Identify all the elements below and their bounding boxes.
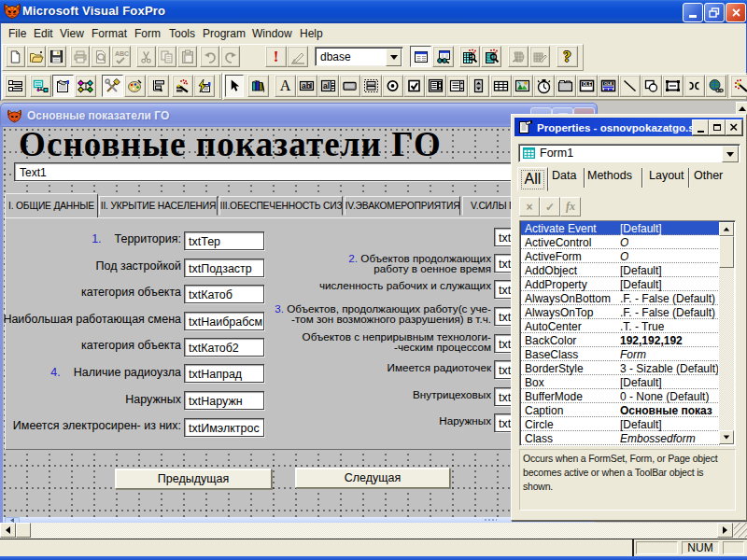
image-button[interactable] bbox=[512, 75, 533, 97]
properties-tab-other[interactable]: Other bbox=[694, 169, 723, 182]
tab-siz[interactable]: III.ОБЕСПЕЧЕННОСТЬ СИЗ bbox=[219, 196, 343, 216]
previous-button[interactable]: Предыдущая bbox=[115, 469, 272, 489]
field-label[interactable]: Объектов с неприрывным технологи--ческим… bbox=[303, 332, 491, 352]
object-selector-dropdown-button[interactable] bbox=[722, 146, 739, 162]
data-environment-button[interactable] bbox=[30, 75, 51, 97]
properties-title-bar[interactable]: Properties - osnovpokazatgo.scx bbox=[514, 118, 743, 136]
timer-button[interactable] bbox=[533, 75, 555, 97]
menu-file[interactable]: File bbox=[8, 27, 26, 40]
modify-form-button[interactable] bbox=[287, 46, 308, 67]
properties-window-button[interactable] bbox=[52, 75, 74, 97]
menu-tools[interactable]: Tools bbox=[169, 27, 195, 40]
combobox-button[interactable] bbox=[425, 75, 446, 97]
field-txtNaprad[interactable]: txtНапрад bbox=[184, 364, 264, 383]
scroll-down-button[interactable] bbox=[719, 430, 734, 444]
field-label[interactable]: 3. Объектов, продолжающих работу(с уче--… bbox=[275, 304, 491, 324]
scrollbar-thumb[interactable] bbox=[719, 236, 734, 268]
help-button[interactable]: ? bbox=[557, 46, 578, 67]
copy-button[interactable] bbox=[157, 46, 176, 67]
property-row[interactable]: BufferMode0 - None (Default) bbox=[521, 389, 720, 403]
field-label[interactable]: Внутрицеховых bbox=[413, 390, 491, 400]
hyperlink-button[interactable] bbox=[705, 75, 726, 97]
run-button[interactable]: ! bbox=[265, 46, 287, 67]
redo-button[interactable] bbox=[220, 46, 240, 67]
field-txtPodzastr[interactable]: txtПодзастр bbox=[184, 259, 264, 277]
property-row[interactable]: ActiveFormO bbox=[521, 249, 720, 263]
property-row[interactable]: Activate Event[Default] bbox=[521, 221, 720, 235]
view-classes-button[interactable] bbox=[247, 75, 269, 97]
database-combo-dropdown-button[interactable] bbox=[386, 49, 402, 66]
command-group-button[interactable] bbox=[360, 75, 382, 97]
properties-tab-layout[interactable]: Layout bbox=[649, 169, 684, 182]
properties-tab-all[interactable]: All bbox=[517, 167, 548, 191]
menu-form[interactable]: Form bbox=[134, 27, 161, 40]
properties-maximize-button[interactable] bbox=[709, 119, 726, 135]
property-accept-button[interactable]: ✓ bbox=[540, 197, 560, 217]
app-horizontal-scrollbar[interactable] bbox=[0, 523, 747, 539]
properties-tab-data[interactable]: Data bbox=[552, 169, 576, 182]
browse-window-button[interactable] bbox=[481, 46, 501, 67]
resize-grip[interactable] bbox=[734, 523, 747, 538]
paste-button[interactable] bbox=[177, 46, 197, 67]
close-button[interactable] bbox=[726, 3, 746, 22]
editbox-button[interactable]: al bbox=[317, 75, 339, 97]
field-label[interactable]: Наибольшая работающая смена bbox=[3, 313, 181, 326]
option-group-button[interactable] bbox=[382, 75, 403, 97]
layout-toolbar-button[interactable] bbox=[147, 75, 169, 97]
scrollbar-thumb[interactable] bbox=[16, 523, 31, 538]
label-button[interactable]: A bbox=[275, 75, 296, 97]
ole-bound-button[interactable]: OLE bbox=[598, 75, 619, 97]
property-row[interactable]: ActiveControlO bbox=[521, 235, 720, 249]
field-label[interactable]: 4. Наличие радиоузла bbox=[50, 366, 181, 379]
scroll-up-button[interactable] bbox=[719, 222, 734, 236]
field-txtKatob[interactable]: txtКатоб bbox=[184, 285, 264, 303]
form-textbox-text1[interactable]: Text1 bbox=[14, 162, 595, 181]
view-window-button[interactable] bbox=[459, 46, 480, 67]
ole-container-button[interactable]: OLE bbox=[576, 75, 598, 97]
color-palette-button[interactable] bbox=[124, 75, 146, 97]
property-function-button[interactable]: fx bbox=[560, 197, 581, 217]
menu-help[interactable]: Help bbox=[300, 27, 323, 40]
form-controls-toolbar-button[interactable] bbox=[102, 75, 123, 97]
database-disabled-button[interactable] bbox=[508, 46, 529, 67]
menu-edit[interactable]: Edit bbox=[34, 27, 53, 40]
grid-button[interactable] bbox=[490, 75, 512, 97]
open-button[interactable] bbox=[26, 46, 46, 67]
property-row[interactable]: AddObject[Default] bbox=[521, 263, 720, 277]
tab-order-button[interactable] bbox=[5, 75, 26, 97]
shape-button[interactable] bbox=[641, 75, 662, 97]
command-button-button[interactable] bbox=[339, 75, 360, 97]
field-label[interactable]: Под застройкой bbox=[95, 259, 181, 273]
field-label[interactable]: категория объекта bbox=[81, 339, 181, 352]
new-button[interactable] bbox=[6, 46, 25, 67]
print-button[interactable] bbox=[70, 46, 90, 67]
container-button[interactable] bbox=[662, 75, 684, 97]
property-row[interactable]: Box[Default] bbox=[521, 375, 720, 389]
listbox-button[interactable] bbox=[446, 75, 468, 97]
spelling-button[interactable]: ABC bbox=[111, 46, 131, 67]
property-cancel-button[interactable]: × bbox=[519, 197, 540, 217]
tab-evacuation[interactable]: IV.ЭВАКОМЕРОПРИЯТИЯ bbox=[345, 196, 460, 216]
field-label[interactable]: 1. Территория: bbox=[92, 232, 181, 245]
field-txtTer[interactable]: txtТер bbox=[184, 231, 264, 250]
menu-view[interactable]: View bbox=[60, 27, 84, 40]
properties-close-button[interactable] bbox=[726, 119, 742, 135]
pointer-button[interactable] bbox=[225, 75, 244, 97]
autoformat-button[interactable] bbox=[193, 75, 215, 97]
data-session-button[interactable] bbox=[432, 46, 454, 67]
properties-tab-methods[interactable]: Methods bbox=[587, 169, 632, 182]
property-row[interactable]: Circle[Default] bbox=[521, 417, 720, 431]
field-txtImelktros[interactable]: txtИмэлктрос bbox=[184, 418, 264, 437]
field-label[interactable]: Наружных bbox=[125, 393, 181, 406]
field-txtNaibrabsm[interactable]: txtНаибрабсм bbox=[184, 312, 264, 330]
property-row[interactable]: BackColor192,192,192 bbox=[521, 333, 720, 347]
scroll-left-button[interactable] bbox=[0, 523, 16, 538]
field-label[interactable]: численность рабочих и служащих bbox=[319, 281, 491, 291]
checkbox-button[interactable] bbox=[403, 75, 425, 97]
textbox-button[interactable]: ab bbox=[296, 75, 317, 97]
pageframe-button[interactable] bbox=[555, 75, 576, 97]
property-grid-scrollbar[interactable] bbox=[719, 222, 734, 444]
menu-program[interactable]: Program bbox=[203, 27, 246, 40]
builder-button[interactable] bbox=[172, 75, 193, 97]
next-button[interactable]: Следущая bbox=[295, 468, 450, 488]
